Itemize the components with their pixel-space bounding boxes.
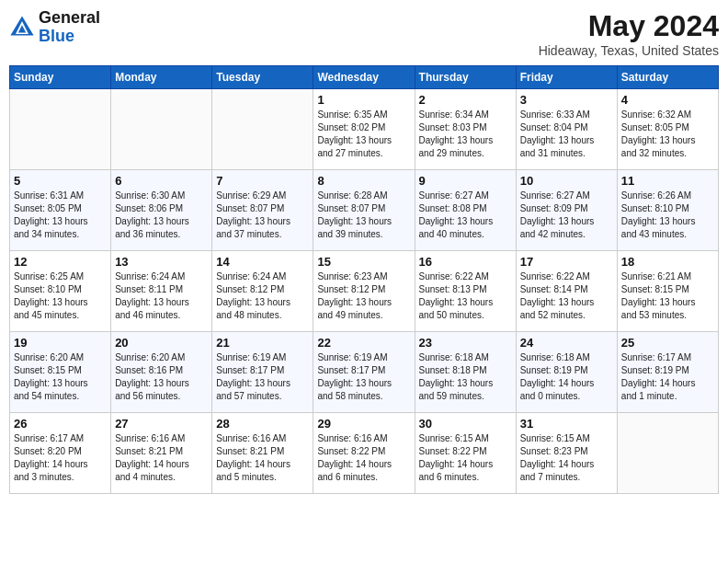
day-info: Sunrise: 6:23 AM Sunset: 8:12 PM Dayligh… (317, 270, 410, 322)
day-info: Sunrise: 6:33 AM Sunset: 8:04 PM Dayligh… (520, 109, 613, 160)
day-cell: 10Sunrise: 6:27 AM Sunset: 8:09 PM Dayli… (516, 170, 617, 251)
day-cell: 8Sunrise: 6:28 AM Sunset: 8:07 PM Daylig… (313, 170, 415, 251)
day-info: Sunrise: 6:15 AM Sunset: 8:22 PM Dayligh… (419, 432, 512, 484)
day-number: 24 (520, 336, 613, 350)
day-cell (111, 89, 212, 170)
day-number: 17 (520, 255, 613, 269)
day-info: Sunrise: 6:22 AM Sunset: 8:13 PM Dayligh… (419, 270, 512, 322)
day-info: Sunrise: 6:17 AM Sunset: 8:19 PM Dayligh… (621, 351, 714, 403)
day-info: Sunrise: 6:35 AM Sunset: 8:02 PM Dayligh… (317, 109, 410, 160)
day-cell: 1Sunrise: 6:35 AM Sunset: 8:02 PM Daylig… (313, 89, 415, 170)
day-number: 25 (621, 336, 714, 350)
day-number: 11 (621, 174, 714, 188)
day-number: 30 (419, 417, 512, 431)
day-info: Sunrise: 6:16 AM Sunset: 8:21 PM Dayligh… (216, 432, 309, 484)
day-number: 13 (115, 255, 208, 269)
day-number: 5 (14, 174, 107, 188)
day-cell: 24Sunrise: 6:18 AM Sunset: 8:19 PM Dayli… (516, 332, 617, 413)
day-cell: 5Sunrise: 6:31 AM Sunset: 8:05 PM Daylig… (10, 170, 111, 251)
day-cell: 22Sunrise: 6:19 AM Sunset: 8:17 PM Dayli… (313, 332, 415, 413)
header-cell-sunday: Sunday (10, 66, 111, 89)
day-number: 9 (419, 174, 512, 188)
day-info: Sunrise: 6:31 AM Sunset: 8:05 PM Dayligh… (14, 190, 107, 241)
day-cell: 11Sunrise: 6:26 AM Sunset: 8:10 PM Dayli… (617, 170, 718, 251)
day-number: 21 (216, 336, 309, 350)
day-cell: 21Sunrise: 6:19 AM Sunset: 8:17 PM Dayli… (212, 332, 313, 413)
day-info: Sunrise: 6:27 AM Sunset: 8:08 PM Dayligh… (419, 190, 512, 241)
day-cell: 16Sunrise: 6:22 AM Sunset: 8:13 PM Dayli… (415, 251, 516, 332)
week-row-3: 12Sunrise: 6:25 AM Sunset: 8:10 PM Dayli… (10, 251, 719, 332)
logo: General Blue (9, 9, 100, 46)
calendar-header: SundayMondayTuesdayWednesdayThursdayFrid… (10, 66, 719, 89)
day-cell: 31Sunrise: 6:15 AM Sunset: 8:23 PM Dayli… (516, 413, 617, 494)
day-info: Sunrise: 6:17 AM Sunset: 8:20 PM Dayligh… (14, 432, 107, 484)
day-cell: 23Sunrise: 6:18 AM Sunset: 8:18 PM Dayli… (415, 332, 516, 413)
day-info: Sunrise: 6:28 AM Sunset: 8:07 PM Dayligh… (317, 190, 410, 241)
day-info: Sunrise: 6:21 AM Sunset: 8:15 PM Dayligh… (621, 270, 714, 322)
day-number: 4 (621, 93, 714, 107)
day-number: 16 (419, 255, 512, 269)
day-cell: 12Sunrise: 6:25 AM Sunset: 8:10 PM Dayli… (10, 251, 111, 332)
day-number: 15 (317, 255, 410, 269)
header-row: SundayMondayTuesdayWednesdayThursdayFrid… (10, 66, 719, 89)
header-cell-saturday: Saturday (617, 66, 718, 89)
day-number: 18 (621, 255, 714, 269)
day-number: 1 (317, 93, 410, 107)
day-cell: 26Sunrise: 6:17 AM Sunset: 8:20 PM Dayli… (10, 413, 111, 494)
day-cell: 17Sunrise: 6:22 AM Sunset: 8:14 PM Dayli… (516, 251, 617, 332)
day-cell: 30Sunrise: 6:15 AM Sunset: 8:22 PM Dayli… (415, 413, 516, 494)
day-info: Sunrise: 6:26 AM Sunset: 8:10 PM Dayligh… (621, 190, 714, 241)
day-number: 23 (419, 336, 512, 350)
day-cell: 6Sunrise: 6:30 AM Sunset: 8:06 PM Daylig… (111, 170, 212, 251)
day-cell (212, 89, 313, 170)
logo-blue-text: Blue (39, 27, 74, 45)
day-info: Sunrise: 6:16 AM Sunset: 8:21 PM Dayligh… (115, 432, 208, 484)
day-number: 14 (216, 255, 309, 269)
week-row-2: 5Sunrise: 6:31 AM Sunset: 8:05 PM Daylig… (10, 170, 719, 251)
month-title: May 2024 (539, 9, 719, 43)
header-cell-wednesday: Wednesday (313, 66, 415, 89)
day-info: Sunrise: 6:15 AM Sunset: 8:23 PM Dayligh… (520, 432, 613, 484)
day-number: 19 (14, 336, 107, 350)
header-cell-thursday: Thursday (415, 66, 516, 89)
calendar-table: SundayMondayTuesdayWednesdayThursdayFrid… (9, 65, 719, 494)
day-number: 2 (419, 93, 512, 107)
day-number: 3 (520, 93, 613, 107)
header-cell-tuesday: Tuesday (212, 66, 313, 89)
day-cell: 14Sunrise: 6:24 AM Sunset: 8:12 PM Dayli… (212, 251, 313, 332)
week-row-5: 26Sunrise: 6:17 AM Sunset: 8:20 PM Dayli… (10, 413, 719, 494)
day-info: Sunrise: 6:19 AM Sunset: 8:17 PM Dayligh… (317, 351, 410, 403)
day-cell: 7Sunrise: 6:29 AM Sunset: 8:07 PM Daylig… (212, 170, 313, 251)
day-info: Sunrise: 6:22 AM Sunset: 8:14 PM Dayligh… (520, 270, 613, 322)
day-number: 7 (216, 174, 309, 188)
day-cell: 27Sunrise: 6:16 AM Sunset: 8:21 PM Dayli… (111, 413, 212, 494)
week-row-4: 19Sunrise: 6:20 AM Sunset: 8:15 PM Dayli… (10, 332, 719, 413)
day-number: 31 (520, 417, 613, 431)
day-info: Sunrise: 6:20 AM Sunset: 8:15 PM Dayligh… (14, 351, 107, 403)
day-info: Sunrise: 6:30 AM Sunset: 8:06 PM Dayligh… (115, 190, 208, 241)
day-cell: 9Sunrise: 6:27 AM Sunset: 8:08 PM Daylig… (415, 170, 516, 251)
week-row-1: 1Sunrise: 6:35 AM Sunset: 8:02 PM Daylig… (10, 89, 719, 170)
calendar-body: 1Sunrise: 6:35 AM Sunset: 8:02 PM Daylig… (10, 89, 719, 494)
day-number: 22 (317, 336, 410, 350)
day-info: Sunrise: 6:24 AM Sunset: 8:11 PM Dayligh… (115, 270, 208, 322)
day-info: Sunrise: 6:19 AM Sunset: 8:17 PM Dayligh… (216, 351, 309, 403)
day-cell (617, 413, 718, 494)
day-info: Sunrise: 6:20 AM Sunset: 8:16 PM Dayligh… (115, 351, 208, 403)
header-cell-friday: Friday (516, 66, 617, 89)
location-text: Hideaway, Texas, United States (539, 43, 719, 58)
day-cell: 25Sunrise: 6:17 AM Sunset: 8:19 PM Dayli… (617, 332, 718, 413)
day-cell (10, 89, 111, 170)
day-number: 26 (14, 417, 107, 431)
day-number: 12 (14, 255, 107, 269)
day-info: Sunrise: 6:27 AM Sunset: 8:09 PM Dayligh… (520, 190, 613, 241)
title-block: May 2024 Hideaway, Texas, United States (539, 9, 719, 58)
day-cell: 13Sunrise: 6:24 AM Sunset: 8:11 PM Dayli… (111, 251, 212, 332)
day-cell: 4Sunrise: 6:32 AM Sunset: 8:05 PM Daylig… (617, 89, 718, 170)
day-cell: 15Sunrise: 6:23 AM Sunset: 8:12 PM Dayli… (313, 251, 415, 332)
day-info: Sunrise: 6:29 AM Sunset: 8:07 PM Dayligh… (216, 190, 309, 241)
day-info: Sunrise: 6:18 AM Sunset: 8:19 PM Dayligh… (520, 351, 613, 403)
day-number: 20 (115, 336, 208, 350)
day-cell: 20Sunrise: 6:20 AM Sunset: 8:16 PM Dayli… (111, 332, 212, 413)
logo-text: General Blue (39, 9, 100, 46)
